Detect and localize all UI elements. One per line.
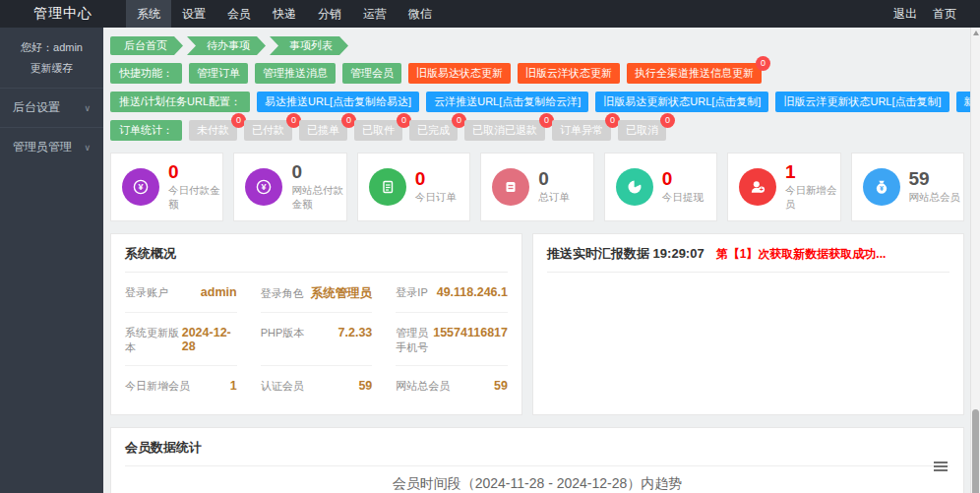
stat-card-1: ¥0今日付款金额 [110,153,223,221]
quick-button-r2-1[interactable]: 易达推送URL[点击复制给易达] [257,92,419,112]
overview-value: admin [201,285,237,299]
system-overview-title: 系统概况 [125,245,508,273]
overview-value: 7.2.33 [338,326,373,339]
overview-value: 49.118.246.1 [437,285,508,299]
system-overview-panel: 系统概况 登录账户admin登录角色系统管理员登录IP49.118.246.1系… [110,233,522,415]
chart-toolbox-icon[interactable] [934,462,948,473]
svg-text:+: + [760,186,764,193]
page-scrollbar[interactable] [970,28,980,493]
overview-cell-r1c2: 登录角色系统管理员 [261,273,373,313]
quick-button-r3-1[interactable]: 未付款0 [189,120,237,141]
breadcrumb-tab-1[interactable]: 后台首页 [110,36,183,55]
quick-button-r1-1[interactable]: 管理订单 [189,63,248,84]
chart-title: 会员时间段（2024-11-28 - 2024-12-28）内趋势 [125,475,949,493]
stat-card-text: 0今日订单 [415,169,457,205]
quick-button-r3-8[interactable]: 已取消0 [618,120,666,141]
document-equals-icon [492,168,529,206]
member-stats-panel: 会员数据统计 会员时间段（2024-11-28 - 2024-12-28）内趋势… [110,427,964,493]
top-menu-item-6[interactable]: 运营 [352,0,398,28]
quick-button-r2-4[interactable]: 旧版云洋更新状态URL[点击复制] [775,92,949,112]
scrollbar-thumb[interactable] [972,409,979,493]
top-menu-item-5[interactable]: 分销 [307,0,352,28]
stat-card-text: 1今日新增会员 [785,162,839,212]
overview-label: PHP版本 [261,326,305,340]
app-title: 管理中心 [0,5,126,23]
stat-card-value: 59 [909,169,961,189]
stat-card-value: 0 [662,169,704,189]
quick-button-r3-6[interactable]: 已取消已退款0 [464,120,545,141]
overview-label: 今日新增会员 [125,379,190,394]
top-menu-item-1[interactable]: 系统 [126,0,171,28]
stat-card-2: ¥0网站总付款金额 [233,153,346,221]
yen-circle-icon: ¥ [122,168,159,206]
top-link-2[interactable]: 首页 [933,6,956,23]
quick-row-1: 快捷功能：管理订单管理推送消息管理会员旧版易达状态更新旧版云洋状态更新执行全渠道… [110,63,964,84]
quick-button-r1-6[interactable]: 执行全渠道推送信息更新0 [627,63,762,84]
stat-card-label: 今日提现 [662,191,704,205]
overview-label: 管理员手机号 [396,326,433,355]
stat-card-text: 0总订单 [538,169,570,205]
top-menu-item-2[interactable]: 设置 [171,0,216,28]
quick-button-r1-3[interactable]: 管理会员 [342,63,401,84]
stat-card-value: 0 [415,169,457,189]
user-add-icon: + [739,168,776,206]
stat-card-label: 今日订单 [415,191,457,205]
top-menu-item-7[interactable]: 微信 [398,0,443,28]
quick-button-r1-4[interactable]: 旧版易达状态更新 [408,63,511,84]
top-menu-item-4[interactable]: 快递 [262,0,307,28]
main-content: 后台首页待办事项事项列表 快捷功能：管理订单管理推送消息管理会员旧版易达状态更新… [103,28,970,493]
overview-value: 59 [494,379,508,393]
update-cache-link[interactable]: 更新缓存 [0,59,103,88]
badge-count: 0 [756,56,770,71]
pie-chart-icon [616,168,653,206]
overview-label: 系统更新版本 [125,326,182,355]
overview-value: 59 [358,379,372,393]
badge-count: 0 [660,113,675,128]
top-menu-item-3[interactable]: 会员 [216,0,262,28]
breadcrumb-tab-2[interactable]: 待办事项 [187,36,266,55]
stat-card-text: 0今日付款金额 [168,162,222,212]
svg-text:¥: ¥ [262,182,267,192]
quick-button-r2-2[interactable]: 云洋推送URL[点击复制给云洋] [426,92,588,112]
push-report-title: 推送实时汇报数据 19:29:07 [547,245,704,263]
chevron-down-icon: ∨ [84,143,91,153]
top-bar-right: 退出首页 [893,6,980,23]
quick-button-r3-2[interactable]: 已付款0 [244,120,292,141]
stat-card-text: 0网站总付款金额 [291,162,345,212]
money-bag-icon: ¥ [863,168,900,206]
stat-card-5: 0今日提现 [604,153,717,221]
quick-button-r1-2[interactable]: 管理推送消息 [255,63,336,84]
scrollbar-up-icon[interactable] [973,31,979,35]
overview-cell-r3c1: 今日新增会员1 [125,366,237,403]
quick-row-label: 订单统计： [110,120,182,141]
stat-card-text: 0今日提现 [662,169,704,205]
top-link-1[interactable]: 退出 [893,6,917,23]
overview-cell-r3c2: 认证会员59 [261,366,373,403]
quick-button-r3-7[interactable]: 订单异常0 [552,120,611,141]
overview-label: 登录IP [396,285,427,300]
quick-button-r3-3[interactable]: 已揽单0 [299,120,347,141]
chevron-down-icon: ∨ [84,103,91,113]
quick-row-2: 推送/计划任务URL配置：易达推送URL[点击复制给易达]云洋推送URL[点击复… [110,92,964,112]
overview-cell-r1c1: 登录账户admin [125,273,237,313]
stat-card-label: 网站总付款金额 [291,184,345,212]
overview-cell-r1c3: 登录IP49.118.246.1 [396,273,508,313]
breadcrumb-tab-3[interactable]: 事项列表 [270,36,348,55]
stat-card-value: 1 [785,162,839,182]
quick-button-r3-4[interactable]: 已取件0 [354,120,402,141]
sidebar-item-2[interactable]: 管理员管理∨ [0,127,103,166]
overview-label: 登录角色 [261,286,304,301]
quick-button-r3-5[interactable]: 已完成0 [409,120,458,141]
top-menu: 系统设置会员快递分销运营微信 [126,0,443,28]
stat-cards-row: ¥0今日付款金额¥0网站总付款金额0今日订单0总订单0今日提现+1今日新增会员¥… [110,153,964,221]
overview-label: 网站总会员 [396,379,450,394]
svg-text:¥: ¥ [138,182,143,192]
overview-cell-r2c2: PHP版本7.2.33 [261,313,373,366]
overview-label: 认证会员 [261,379,304,394]
quick-button-r2-3[interactable]: 旧版易达更新状态URL[点击复制] [595,92,768,112]
quick-button-r1-5[interactable]: 旧版云洋状态更新 [518,63,620,84]
quick-row-label: 快捷功能： [110,63,182,84]
quick-row-3: 订单统计：未付款0已付款0已揽单0已取件0已完成0已取消已退款0订单异常0已取消… [110,120,964,141]
sidebar-item-1[interactable]: 后台设置∨ [0,88,103,127]
quick-button-r2-5[interactable]: 新版全渠道更新状态URL[点击复制] [956,92,970,112]
